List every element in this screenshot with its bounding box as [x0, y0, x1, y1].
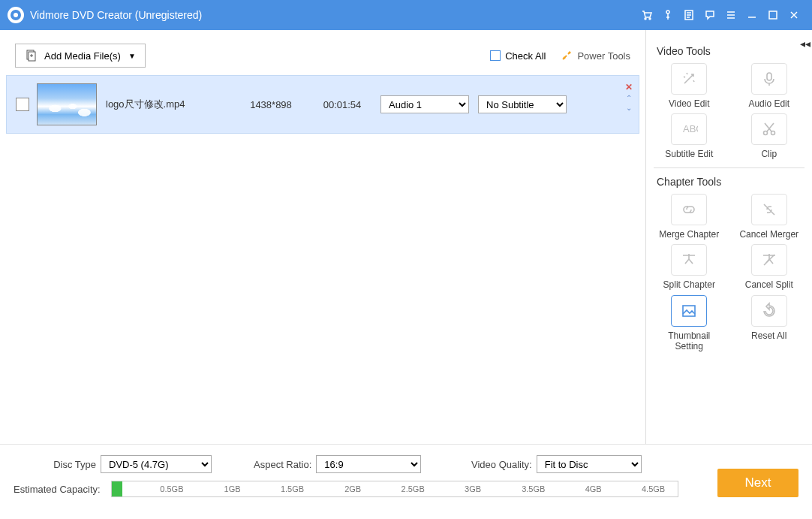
aspect-ratio-label: Aspect Ratio: [254, 459, 311, 470]
app-logo-icon [8, 7, 24, 23]
merge-chapter-tool[interactable]: Merge Chapter [654, 194, 725, 240]
video-quality-select[interactable]: Fit to Disc [537, 455, 642, 473]
cancel-split-icon [760, 251, 778, 269]
svg-point-0 [645, 18, 646, 20]
close-icon[interactable] [785, 6, 803, 24]
video-tools-heading: Video Tools [657, 45, 804, 57]
minimize-icon[interactable] [743, 6, 761, 24]
video-thumbnail [37, 83, 97, 125]
microphone-icon [760, 70, 778, 88]
split-icon [680, 251, 698, 269]
tools-icon [561, 50, 573, 62]
file-resolution: 1438*898 [233, 99, 308, 110]
unlink-icon [760, 201, 778, 219]
cancel-merge-tool[interactable]: Cancel Merger [734, 194, 805, 240]
svg-point-2 [666, 11, 669, 14]
audio-edit-tool[interactable]: Audio Edit [734, 63, 805, 109]
scissors-icon [760, 120, 778, 138]
chevron-down-icon: ▼ [128, 52, 136, 60]
thumbnail-setting-tool[interactable]: Thumbnail Setting [654, 295, 725, 352]
cancel-split-tool[interactable]: Cancel Split [734, 244, 805, 290]
check-all-toggle[interactable]: Check All [490, 50, 546, 62]
register-icon[interactable] [680, 6, 698, 24]
add-media-button[interactable]: Add Media File(s) ▼ [15, 44, 146, 68]
file-row[interactable]: logo尺寸修改.mp4 1438*898 00:01:54 Audio 1 N… [6, 75, 639, 134]
disc-type-label: Disc Type [14, 459, 96, 470]
capacity-label: Estimated Capacity: [14, 484, 107, 495]
svg-point-10 [771, 131, 774, 135]
clip-tool[interactable]: Clip [734, 113, 805, 159]
chapter-tools-heading: Chapter Tools [657, 176, 804, 188]
aspect-ratio-select[interactable]: 16:9 [316, 455, 421, 473]
titlebar: Vidmore DVD Creator (Unregistered) [0, 0, 812, 30]
move-down-icon[interactable]: ⌄ [626, 104, 632, 112]
buy-icon[interactable] [638, 6, 656, 24]
disc-type-select[interactable]: DVD-5 (4.7G) [101, 455, 212, 473]
key-icon[interactable] [659, 6, 677, 24]
video-quality-label: Video Quality: [471, 459, 532, 470]
row-checkbox[interactable] [16, 98, 29, 111]
svg-rect-4 [769, 11, 777, 19]
delete-row-icon[interactable]: ✕ [625, 82, 633, 92]
check-all-label: Check All [505, 50, 546, 62]
tools-panel: ◂◂ Video Tools Video Edit Audio Edit ABC… [645, 30, 812, 444]
file-duration: 00:01:54 [308, 99, 376, 110]
capacity-bar: 0.5GB 1GB 1.5GB 2GB 2.5GB 3GB 3.5GB 4GB … [111, 481, 678, 497]
svg-text:ABC: ABC [683, 123, 698, 134]
add-file-icon [25, 49, 38, 62]
window-title: Vidmore DVD Creator (Unregistered) [30, 9, 202, 21]
add-media-label: Add Media File(s) [44, 50, 121, 62]
bottom-bar: Disc Type DVD-5 (4.7G) Aspect Ratio: 16:… [0, 444, 812, 519]
thumbnail-icon [680, 302, 698, 320]
audio-track-select[interactable]: Audio 1 [380, 95, 469, 113]
abc-icon: ABC [680, 120, 698, 138]
next-button[interactable]: Next [717, 469, 798, 497]
power-tools-button[interactable]: Power Tools [561, 50, 630, 62]
reset-icon [760, 302, 778, 320]
split-chapter-tool[interactable]: Split Chapter [654, 244, 725, 290]
file-name: logo尺寸修改.mp4 [106, 98, 233, 111]
subtitle-select[interactable]: No Subtitle [478, 95, 567, 113]
capacity-ticks: 0.5GB 1GB 1.5GB 2GB 2.5GB 3GB 3.5GB 4GB … [112, 481, 678, 496]
move-up-icon[interactable]: ⌃ [626, 95, 632, 102]
wand-icon [680, 70, 698, 88]
reset-all-tool[interactable]: Reset All [734, 295, 805, 352]
collapse-panel-icon[interactable]: ◂◂ [800, 38, 810, 50]
maximize-icon[interactable] [764, 6, 782, 24]
link-icon [680, 201, 698, 219]
svg-rect-7 [767, 73, 771, 80]
svg-rect-11 [683, 306, 695, 316]
file-list: logo尺寸修改.mp4 1438*898 00:01:54 Audio 1 N… [0, 75, 645, 444]
power-tools-label: Power Tools [577, 50, 630, 62]
checkbox-icon [490, 50, 501, 61]
feedback-icon[interactable] [701, 6, 719, 24]
menu-icon[interactable] [722, 6, 740, 24]
video-edit-tool[interactable]: Video Edit [654, 63, 725, 109]
subtitle-edit-tool[interactable]: ABCSubtitle Edit [654, 113, 725, 159]
svg-point-1 [649, 18, 651, 20]
svg-point-9 [763, 131, 767, 135]
